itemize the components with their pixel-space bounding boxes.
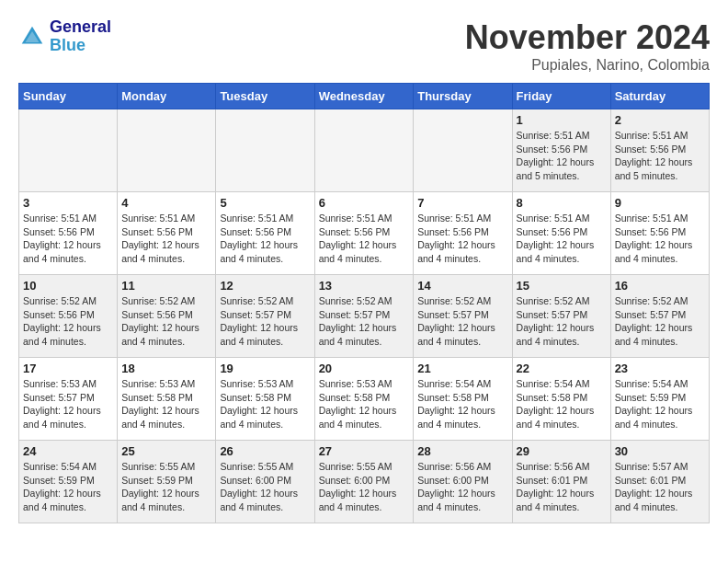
day-info: Sunrise: 5:51 AM Sunset: 5:56 PM Dayligh… — [220, 212, 310, 266]
day-number: 16 — [615, 279, 705, 293]
day-cell: 15Sunrise: 5:52 AM Sunset: 5:57 PM Dayli… — [512, 275, 610, 358]
weekday-header-tuesday: Tuesday — [216, 84, 314, 109]
weekday-header-sunday: Sunday — [19, 84, 118, 109]
day-number: 13 — [319, 279, 410, 293]
day-cell: 1Sunrise: 5:51 AM Sunset: 5:56 PM Daylig… — [512, 109, 610, 192]
day-cell — [314, 109, 414, 192]
day-cell: 27Sunrise: 5:55 AM Sunset: 6:00 PM Dayli… — [314, 441, 414, 523]
day-info: Sunrise: 5:53 AM Sunset: 5:57 PM Dayligh… — [23, 377, 113, 431]
day-cell: 10Sunrise: 5:52 AM Sunset: 5:56 PM Dayli… — [19, 275, 118, 358]
day-info: Sunrise: 5:56 AM Sunset: 6:00 PM Dayligh… — [417, 460, 507, 514]
day-info: Sunrise: 5:52 AM Sunset: 5:57 PM Dayligh… — [517, 294, 607, 349]
month-title: November 2024 — [465, 18, 710, 57]
day-info: Sunrise: 5:53 AM Sunset: 5:58 PM Dayligh… — [319, 377, 410, 431]
day-cell — [118, 109, 216, 192]
day-cell: 9Sunrise: 5:51 AM Sunset: 5:56 PM Daylig… — [610, 192, 709, 275]
title-section: November 2024 Pupiales, Narino, Colombia — [465, 18, 710, 74]
day-info: Sunrise: 5:55 AM Sunset: 6:00 PM Dayligh… — [319, 460, 410, 514]
day-number: 9 — [615, 196, 705, 210]
day-cell: 14Sunrise: 5:52 AM Sunset: 5:57 PM Dayli… — [414, 275, 512, 358]
day-cell: 5Sunrise: 5:51 AM Sunset: 5:56 PM Daylig… — [216, 192, 314, 275]
day-cell: 17Sunrise: 5:53 AM Sunset: 5:57 PM Dayli… — [19, 358, 118, 441]
weekday-header-thursday: Thursday — [414, 84, 512, 109]
calendar-table: SundayMondayTuesdayWednesdayThursdayFrid… — [18, 83, 710, 523]
day-info: Sunrise: 5:51 AM Sunset: 5:56 PM Dayligh… — [615, 129, 705, 183]
day-cell: 30Sunrise: 5:57 AM Sunset: 6:01 PM Dayli… — [610, 441, 709, 523]
day-number: 14 — [417, 279, 507, 293]
day-cell: 4Sunrise: 5:51 AM Sunset: 5:56 PM Daylig… — [118, 192, 216, 275]
day-info: Sunrise: 5:52 AM Sunset: 5:56 PM Dayligh… — [23, 294, 113, 349]
day-info: Sunrise: 5:52 AM Sunset: 5:57 PM Dayligh… — [615, 294, 705, 349]
day-number: 6 — [319, 196, 410, 210]
day-number: 18 — [121, 362, 211, 375]
day-info: Sunrise: 5:52 AM Sunset: 5:57 PM Dayligh… — [220, 294, 310, 349]
day-info: Sunrise: 5:54 AM Sunset: 5:58 PM Dayligh… — [417, 377, 507, 431]
day-info: Sunrise: 5:51 AM Sunset: 5:56 PM Dayligh… — [517, 212, 607, 266]
day-number: 24 — [23, 444, 113, 458]
day-number: 11 — [121, 279, 211, 293]
day-number: 8 — [517, 196, 607, 210]
day-number: 2 — [615, 113, 705, 127]
day-number: 30 — [615, 444, 705, 458]
day-number: 26 — [220, 444, 310, 458]
page-header: General Blue November 2024 Pupiales, Nar… — [18, 18, 710, 74]
day-cell: 13Sunrise: 5:52 AM Sunset: 5:57 PM Dayli… — [314, 275, 414, 358]
day-number: 22 — [517, 362, 607, 375]
day-info: Sunrise: 5:54 AM Sunset: 5:58 PM Dayligh… — [517, 377, 607, 431]
day-cell: 24Sunrise: 5:54 AM Sunset: 5:59 PM Dayli… — [19, 441, 118, 523]
day-number: 21 — [417, 362, 507, 375]
week-row-2: 3Sunrise: 5:51 AM Sunset: 5:56 PM Daylig… — [19, 192, 710, 275]
day-number: 19 — [220, 362, 310, 375]
day-number: 15 — [517, 279, 607, 293]
day-number: 27 — [319, 444, 410, 458]
day-info: Sunrise: 5:52 AM Sunset: 5:56 PM Dayligh… — [121, 294, 211, 349]
day-info: Sunrise: 5:53 AM Sunset: 5:58 PM Dayligh… — [121, 377, 211, 431]
day-info: Sunrise: 5:51 AM Sunset: 5:56 PM Dayligh… — [517, 129, 607, 183]
day-info: Sunrise: 5:51 AM Sunset: 5:56 PM Dayligh… — [121, 212, 211, 266]
day-cell: 7Sunrise: 5:51 AM Sunset: 5:56 PM Daylig… — [414, 192, 512, 275]
day-number: 17 — [23, 362, 113, 375]
day-cell: 2Sunrise: 5:51 AM Sunset: 5:56 PM Daylig… — [610, 109, 709, 192]
location-title: Pupiales, Narino, Colombia — [465, 57, 710, 74]
day-cell: 3Sunrise: 5:51 AM Sunset: 5:56 PM Daylig… — [19, 192, 118, 275]
day-number: 28 — [417, 444, 507, 458]
day-number: 5 — [220, 196, 310, 210]
day-cell: 11Sunrise: 5:52 AM Sunset: 5:56 PM Dayli… — [118, 275, 216, 358]
logo-blue: Blue — [50, 37, 111, 55]
logo: General Blue — [18, 18, 111, 55]
day-info: Sunrise: 5:54 AM Sunset: 5:59 PM Dayligh… — [615, 377, 705, 431]
day-number: 12 — [220, 279, 310, 293]
week-row-5: 24Sunrise: 5:54 AM Sunset: 5:59 PM Dayli… — [19, 441, 710, 523]
day-info: Sunrise: 5:51 AM Sunset: 5:56 PM Dayligh… — [319, 212, 410, 266]
day-cell — [216, 109, 314, 192]
week-row-4: 17Sunrise: 5:53 AM Sunset: 5:57 PM Dayli… — [19, 358, 710, 441]
week-row-3: 10Sunrise: 5:52 AM Sunset: 5:56 PM Dayli… — [19, 275, 710, 358]
day-number: 4 — [121, 196, 211, 210]
day-info: Sunrise: 5:57 AM Sunset: 6:01 PM Dayligh… — [615, 460, 705, 514]
day-number: 3 — [23, 196, 113, 210]
day-cell: 12Sunrise: 5:52 AM Sunset: 5:57 PM Dayli… — [216, 275, 314, 358]
day-info: Sunrise: 5:51 AM Sunset: 5:56 PM Dayligh… — [615, 212, 705, 266]
day-cell — [19, 109, 118, 192]
weekday-header-friday: Friday — [512, 84, 610, 109]
day-cell — [414, 109, 512, 192]
logo-general: General — [50, 18, 111, 37]
weekday-header-monday: Monday — [118, 84, 216, 109]
day-cell: 20Sunrise: 5:53 AM Sunset: 5:58 PM Dayli… — [314, 358, 414, 441]
day-info: Sunrise: 5:56 AM Sunset: 6:01 PM Dayligh… — [517, 460, 607, 514]
day-cell: 29Sunrise: 5:56 AM Sunset: 6:01 PM Dayli… — [512, 441, 610, 523]
day-info: Sunrise: 5:52 AM Sunset: 5:57 PM Dayligh… — [417, 294, 507, 349]
day-cell: 26Sunrise: 5:55 AM Sunset: 6:00 PM Dayli… — [216, 441, 314, 523]
day-number: 7 — [417, 196, 507, 210]
weekday-header-saturday: Saturday — [610, 84, 709, 109]
day-cell: 6Sunrise: 5:51 AM Sunset: 5:56 PM Daylig… — [314, 192, 414, 275]
day-cell: 19Sunrise: 5:53 AM Sunset: 5:58 PM Dayli… — [216, 358, 314, 441]
day-cell: 21Sunrise: 5:54 AM Sunset: 5:58 PM Dayli… — [414, 358, 512, 441]
week-row-1: 1Sunrise: 5:51 AM Sunset: 5:56 PM Daylig… — [19, 109, 710, 192]
day-info: Sunrise: 5:55 AM Sunset: 6:00 PM Dayligh… — [220, 460, 310, 514]
day-cell: 25Sunrise: 5:55 AM Sunset: 5:59 PM Dayli… — [118, 441, 216, 523]
day-number: 20 — [319, 362, 410, 375]
day-info: Sunrise: 5:52 AM Sunset: 5:57 PM Dayligh… — [319, 294, 410, 349]
day-number: 1 — [517, 113, 607, 127]
day-info: Sunrise: 5:53 AM Sunset: 5:58 PM Dayligh… — [220, 377, 310, 431]
